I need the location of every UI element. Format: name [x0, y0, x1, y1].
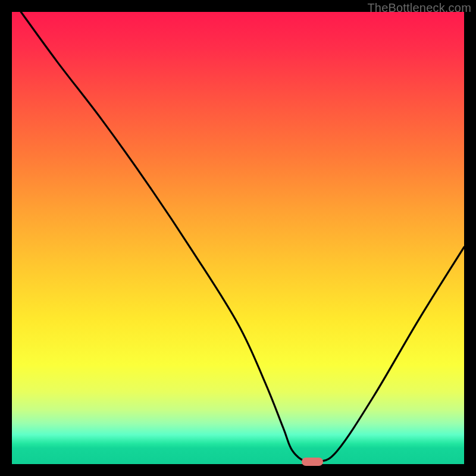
- bottleneck-curve-path: [21, 12, 464, 464]
- curve-svg: [12, 12, 464, 464]
- chart-container: TheBottleneck.com: [0, 0, 476, 476]
- plot-area: [12, 12, 464, 464]
- minimum-marker: [302, 458, 323, 466]
